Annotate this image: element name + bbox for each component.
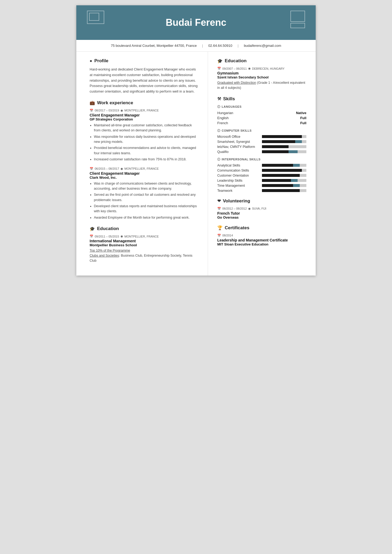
contact-phone: 02.64.64.50910	[208, 44, 232, 48]
skill-qualifio: Qualifio	[217, 150, 306, 154]
lang-hungarian-level: Native	[296, 111, 306, 115]
lang-english: English Full	[217, 116, 306, 120]
right-education-title: 🎓 Education	[217, 58, 306, 64]
location-icon-edu-right: ◉	[248, 67, 251, 70]
volunteering-title: ❤ Volunteering	[217, 198, 306, 204]
header-decoration-right	[290, 11, 305, 28]
edu-right1-school: Szent Istvan Secondary School	[217, 75, 306, 79]
right-education-section: 🎓 Education 📅 09/2007 – 06/2011 ◉ DEBREC…	[217, 58, 306, 90]
calendar-icon-edu-left: 📅	[90, 235, 93, 238]
profile-title-text: Profile	[94, 58, 109, 64]
location-icon: ◉	[120, 109, 123, 112]
location-icon-edu-left: ◉	[120, 235, 123, 238]
edu-right1-date: 09/2007 – 06/2011	[222, 67, 247, 70]
skill-customer: Customer Orientation	[217, 174, 306, 177]
left-column: ● Profile Hard-working and dedicated Cli…	[76, 52, 208, 276]
skill-microsoft: Microsoft Office	[217, 135, 306, 139]
calendar-icon-cert: 📅	[217, 234, 221, 237]
edu-right1-degree: Gymnasium	[217, 71, 306, 75]
job1-location: MONTPELLIER, FRANCE	[124, 109, 159, 112]
languages-subsection: ⓘ LANGUAGES Hungarian Native English Ful…	[217, 105, 306, 125]
skill-microsoft-fill	[262, 135, 302, 138]
job2-date: 06/2015 – 08/2017	[95, 167, 119, 170]
work-experience-title-text: Work experience	[97, 100, 133, 106]
vol1-org: Go Overseas	[217, 215, 306, 219]
profile-title: ● Profile	[90, 58, 198, 64]
lang-english-level: Full	[300, 116, 306, 120]
deco-right-bottom	[290, 23, 305, 28]
volunteering-section: ❤ Volunteering 📅 06/2012 – 08/2012 ◉ SUV…	[217, 198, 306, 219]
calendar-icon: 📅	[90, 109, 93, 112]
edu-left1-degree: International Management	[90, 239, 198, 243]
job1-date: 08/2017 – 03/2019	[95, 109, 119, 112]
skill-smartsheet-bar	[262, 140, 306, 143]
job2-title: Client Engagement Manager	[90, 171, 198, 176]
edu-left1-location: MONTPELLIER, FRANCE	[124, 235, 159, 238]
deco-rect-inner	[89, 13, 99, 21]
cert1-title: Leadership and Management Certificate	[217, 238, 306, 242]
job-entry-2: 📅 06/2015 – 08/2017 ◉ MONTPELLIER, FRANC…	[90, 167, 198, 220]
skill-leadership: Leadership Skills	[217, 179, 306, 182]
certificates-title-text: Certificates	[225, 225, 249, 231]
edu-right1-notes: Graduated with Distinction (Grade 1 - A/…	[217, 80, 306, 90]
deco-right-top	[290, 11, 305, 22]
location-icon-2: ◉	[120, 167, 123, 170]
skill-analytical-fill-dark	[262, 164, 293, 167]
location-icon-vol: ◉	[248, 207, 251, 210]
vol1-date: 06/2012 – 08/2012	[222, 207, 247, 210]
candidate-name: Budai Ferenc	[166, 17, 226, 28]
skill-letznav-label: letzNav, CMNTY Platform	[217, 145, 260, 149]
skill-time-bar	[262, 184, 306, 187]
briefcase-icon: 💼	[90, 100, 95, 105]
skills-title-text: Skills	[223, 96, 235, 102]
work-experience-title: 💼 Work experience	[90, 100, 198, 106]
contact-email: budaiferenc@gmail.com	[244, 44, 281, 48]
info-icon-interp: ⓘ	[217, 157, 220, 161]
skill-smartsheet-fill-dark	[262, 140, 295, 143]
lang-french: French Full	[217, 121, 306, 125]
graduated-underline: Graduated with Distinction	[217, 81, 256, 85]
lang-french-level: Full	[300, 121, 306, 125]
skill-leadership-label: Leadership Skills	[217, 179, 260, 182]
job2-bullet-1: Was in charge of communications between …	[94, 181, 198, 191]
skill-leadership-fill-dark	[262, 179, 291, 182]
edu-entry-right-1: 📅 09/2007 – 06/2011 ◉ DEBRECEN, HUNGARY …	[217, 67, 306, 90]
info-icon-comp: ⓘ	[217, 129, 220, 133]
skill-customer-label: Customer Orientation	[217, 174, 260, 177]
skills-section: ⚒ Skills ⓘ LANGUAGES Hungarian Native En…	[217, 96, 306, 193]
calendar-icon-2: 📅	[90, 167, 93, 170]
profile-text: Hard-working and dedicated Client Engage…	[90, 67, 198, 94]
edu-left1-school: Montpellier Business School	[90, 243, 198, 247]
edu-left1-date: 09/2011 – 05/2015	[95, 235, 119, 238]
left-education-title: 🎓 Education	[90, 226, 198, 231]
right-education-title-text: Education	[225, 58, 247, 64]
job-entry-1: 📅 08/2017 – 03/2019 ◉ MONTPELLIER, FRANC…	[90, 109, 198, 162]
certificates-title: 🏆 Certificates	[217, 225, 306, 231]
languages-title: ⓘ LANGUAGES	[217, 105, 306, 109]
cert-entry-1: 📅 08/2014 Leadership and Management Cert…	[217, 234, 306, 246]
skill-qualifio-fill-blue	[289, 150, 297, 153]
header-decoration-left	[87, 11, 104, 24]
computer-skills-title: ⓘ COMPUTER SKILLS	[217, 129, 306, 133]
skill-time-label: Time Management	[217, 184, 260, 188]
skill-microsoft-bar	[262, 135, 306, 138]
skill-smartsheet-fill-blue	[295, 140, 302, 143]
skill-letznav-fill	[262, 145, 289, 148]
interpersonal-skills-subsection: ⓘ INTERPERSONAL SKILLS Analytical Skills…	[217, 157, 306, 193]
job2-bullets: Was in charge of communications between …	[90, 181, 198, 220]
edu-entry-left-1: 📅 09/2011 – 05/2015 ◉ MONTPELLIER, FRANC…	[90, 235, 198, 263]
skill-communication-bar	[262, 169, 306, 172]
skill-communication: Communication Skills	[217, 169, 306, 172]
deco-rect-outer	[87, 11, 104, 24]
work-experience-section: 💼 Work experience 📅 08/2017 – 03/2019 ◉ …	[90, 100, 198, 220]
skill-letznav-bar	[262, 145, 306, 148]
skill-qualifio-label: Qualifio	[217, 150, 260, 154]
vol1-title: French Tutor	[217, 211, 306, 215]
resume-document: Budai Ferenc 75 boulevard Amiral Courbet…	[76, 5, 316, 276]
contact-address: 75 boulevard Amiral Courbet, Montpellier…	[111, 44, 197, 48]
job2-company: Clark Wood, Inc.	[90, 176, 198, 180]
skill-communication-label: Communication Skills	[217, 169, 260, 172]
job1-title: Client Engagement Manager	[90, 113, 198, 117]
contact-bar: 75 boulevard Amiral Courbet, Montpellier…	[76, 40, 316, 52]
cert1-date: 📅 08/2014	[217, 234, 306, 237]
